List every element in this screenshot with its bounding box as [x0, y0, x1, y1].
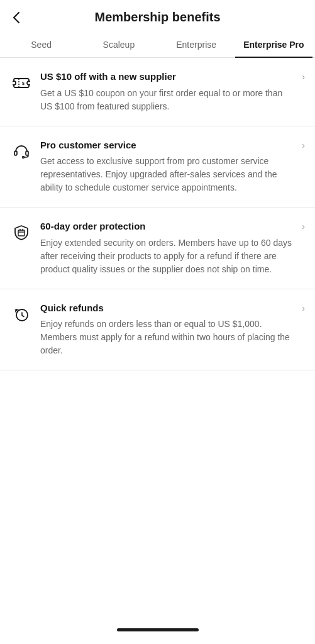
- benefit-item-order-protection[interactable]: 60-day order protection Enjoy extended s…: [0, 208, 315, 289]
- chevron-right-icon: ›: [302, 303, 305, 313]
- header: Membership benefits: [0, 0, 315, 32]
- benefit-item-quick-refunds[interactable]: Quick refunds Enjoy refunds on orders le…: [0, 289, 315, 371]
- refund-clock-icon: [10, 303, 33, 326]
- coupon-icon: $: [10, 72, 33, 94]
- benefit-desc-quick-refunds: Enjoy refunds on orders less than or equ…: [40, 318, 292, 357]
- svg-text:$: $: [22, 81, 25, 86]
- tab-enterprise[interactable]: Enterprise: [158, 32, 235, 57]
- benefit-title-pro-customer-service: Pro customer service: [40, 139, 292, 152]
- benefit-content-order-protection: 60-day order protection Enjoy extended s…: [40, 220, 305, 276]
- benefit-content-supplier-discount: US $10 off with a new supplier Get a US …: [40, 70, 305, 113]
- svg-point-7: [23, 156, 25, 158]
- chevron-right-icon: ›: [302, 140, 305, 150]
- benefit-item-pro-customer-service[interactable]: Pro customer service Get access to exclu…: [0, 126, 315, 208]
- benefit-content-pro-customer-service: Pro customer service Get access to exclu…: [40, 139, 305, 195]
- benefit-item-supplier-discount[interactable]: $ US $10 off with a new supplier Get a U…: [0, 58, 315, 126]
- page-title: Membership benefits: [10, 10, 305, 25]
- svg-point-1: [13, 81, 16, 85]
- headset-icon: [10, 140, 33, 163]
- svg-point-2: [27, 81, 30, 85]
- benefit-desc-supplier-discount: Get a US $10 coupon on your first order …: [40, 87, 292, 113]
- home-bar: [117, 628, 199, 631]
- benefit-desc-order-protection: Enjoy extended security on orders. Membe…: [40, 236, 292, 276]
- benefits-list: $ US $10 off with a new supplier Get a U…: [0, 58, 315, 370]
- benefit-content-quick-refunds: Quick refunds Enjoy refunds on orders le…: [40, 302, 305, 358]
- tab-scaleup[interactable]: Scaleup: [80, 32, 157, 57]
- shield-calendar-icon: [10, 221, 33, 244]
- back-button[interactable]: [10, 9, 23, 26]
- home-indicator: [0, 621, 315, 644]
- chevron-right-icon: ›: [302, 72, 305, 82]
- tab-seed[interactable]: Seed: [3, 32, 80, 57]
- chevron-right-icon: ›: [302, 221, 305, 231]
- svg-rect-8: [18, 230, 25, 236]
- benefit-title-quick-refunds: Quick refunds: [40, 302, 292, 314]
- benefit-title-supplier-discount: US $10 off with a new supplier: [40, 70, 292, 83]
- tab-enterprise-pro[interactable]: Enterprise Pro: [235, 32, 312, 57]
- benefit-desc-pro-customer-service: Get access to exclusive support from pro…: [40, 155, 292, 194]
- tabs-bar: Seed Scaleup Enterprise Enterprise Pro: [0, 32, 315, 58]
- benefit-title-order-protection: 60-day order protection: [40, 220, 292, 233]
